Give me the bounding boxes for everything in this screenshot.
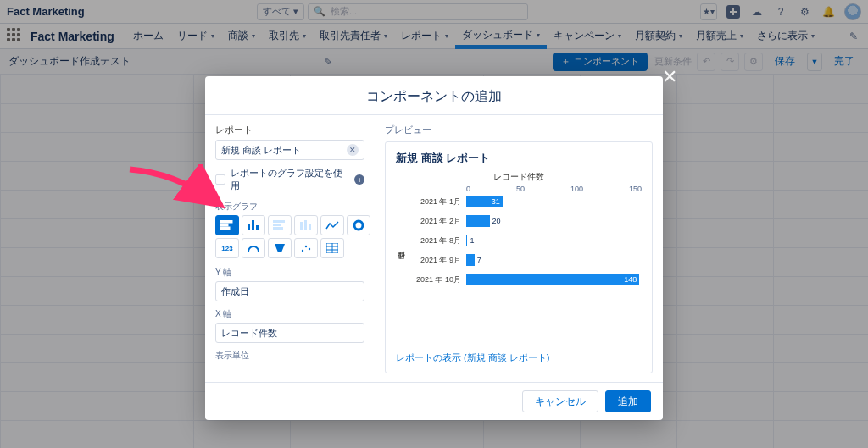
svg-rect-11 — [304, 220, 307, 230]
bar-row: 2021 年 10月148 — [409, 273, 642, 286]
svg-rect-12 — [309, 224, 311, 230]
svg-rect-8 — [273, 224, 281, 226]
preview-chart-title: 新規 商談 レポート — [396, 151, 642, 166]
svg-rect-4 — [248, 224, 250, 230]
x-axis-select[interactable]: レコード件数 — [215, 323, 364, 343]
svg-rect-2 — [220, 224, 228, 226]
chart-type-hbar-icon[interactable] — [215, 215, 239, 235]
bar-value: 20 — [492, 217, 501, 225]
checkbox-icon — [215, 174, 225, 185]
bar-category-label: 2021 年 8月 — [409, 235, 466, 246]
chart-area: 作成日 0 50 100 150 2021 年 1月312021 年 2月202… — [396, 185, 642, 345]
chart-type-vbar-icon[interactable] — [242, 215, 265, 235]
bar-value: 31 — [492, 196, 500, 207]
clear-icon[interactable]: ✕ — [347, 144, 359, 156]
config-panel: レポート 新規 商談 レポート ✕ レポートのグラフ設定を使用 i 表示グラフ … — [205, 115, 375, 382]
bar-category-label: 2021 年 10月 — [409, 274, 466, 285]
report-input[interactable]: 新規 商談 レポート ✕ — [215, 140, 364, 160]
use-report-chart-checkbox[interactable]: レポートのグラフ設定を使用 i — [215, 167, 364, 192]
report-field-label: レポート — [215, 124, 364, 136]
svg-point-13 — [354, 221, 363, 230]
svg-point-16 — [309, 248, 310, 250]
bar-row: 2021 年 8月1 — [409, 234, 642, 247]
cancel-button[interactable]: キャンセル — [522, 390, 598, 412]
svg-point-14 — [302, 250, 303, 252]
bar-value: 148 — [624, 274, 637, 285]
info-icon[interactable]: i — [354, 174, 364, 185]
display-chart-label: 表示グラフ — [215, 201, 364, 213]
svg-rect-1 — [220, 220, 232, 223]
bar-row: 2021 年 1月31 — [409, 195, 642, 208]
svg-rect-9 — [273, 227, 283, 230]
bar — [466, 254, 475, 266]
view-report-link[interactable]: レポートの表示 (新規 商談 レポート) — [396, 345, 642, 364]
bar: 148 — [466, 274, 639, 285]
svg-rect-6 — [256, 225, 259, 230]
bar: 31 — [466, 196, 503, 207]
x-axis-ticks: 0 50 100 150 — [409, 185, 642, 193]
modal-title: コンポーネントの追加 — [205, 76, 663, 114]
bar-row: 2021 年 2月20 — [409, 214, 642, 228]
modal-footer: キャンセル 追加 — [205, 383, 663, 420]
preview-label: プレビュー — [385, 124, 653, 136]
chart-type-line-icon[interactable] — [320, 215, 344, 235]
svg-rect-5 — [252, 220, 254, 230]
bar — [466, 215, 490, 227]
add-component-modal: コンポーネントの追加 レポート 新規 商談 レポート ✕ レポートのグラフ設定を… — [205, 76, 663, 420]
chart-type-metric-icon[interactable]: 123 — [215, 238, 239, 258]
svg-rect-10 — [300, 222, 303, 230]
bar-category-label: 2021 年 2月 — [409, 216, 466, 227]
bar-category-label: 2021 年 9月 — [409, 255, 466, 266]
bar-value: 1 — [470, 236, 474, 245]
chart-type-gauge-icon[interactable] — [242, 238, 265, 258]
chart-type-table-icon[interactable] — [320, 238, 344, 258]
svg-point-15 — [305, 246, 307, 247]
preview-panel: プレビュー 新規 商談 レポート レコード件数 作成日 0 50 100 150… — [375, 115, 663, 382]
bar-row: 2021 年 9月7 — [409, 253, 642, 267]
svg-rect-7 — [273, 220, 285, 223]
bar-category-label: 2021 年 1月 — [409, 196, 466, 207]
preview-card: 新規 商談 レポート レコード件数 作成日 0 50 100 150 2021 … — [385, 141, 653, 373]
svg-rect-3 — [220, 227, 230, 230]
x-axis-label: X 軸 — [215, 308, 364, 320]
bar-value: 7 — [477, 256, 481, 264]
chart-type-scatter-icon[interactable] — [294, 238, 318, 258]
y-axis-select[interactable]: 作成日 — [215, 281, 364, 301]
y-axis-label: Y 軸 — [215, 267, 364, 279]
add-button[interactable]: 追加 — [605, 390, 651, 412]
chart-type-stacked-hbar-icon[interactable] — [268, 215, 292, 235]
chart-axis-title: レコード件数 — [396, 171, 642, 183]
chart-type-funnel-icon[interactable] — [268, 238, 292, 258]
chart-type-stacked-vbar-icon[interactable] — [294, 215, 318, 235]
chart-type-donut-icon[interactable] — [347, 215, 370, 235]
close-icon[interactable]: ✕ — [662, 66, 677, 88]
display-unit-label: 表示単位 — [215, 350, 364, 362]
chart-type-selector: 123 — [215, 215, 364, 258]
bar — [466, 235, 467, 246]
